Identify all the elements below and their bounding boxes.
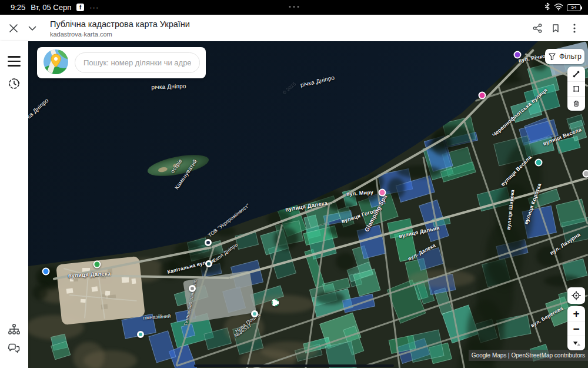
map-marker[interactable]: [272, 299, 279, 307]
browser-header: Публічна кадастрова карта України kadast…: [0, 15, 588, 41]
share-button[interactable]: [529, 19, 546, 37]
map-markers-layer: [28, 41, 588, 368]
map-marker[interactable]: [251, 310, 258, 317]
measure-button[interactable]: [567, 67, 585, 81]
zoom-in-button[interactable]: +: [567, 306, 585, 321]
history-icon: [7, 77, 21, 91]
delete-button[interactable]: [567, 96, 585, 111]
filter-button[interactable]: Фільтр: [545, 49, 584, 64]
app-logo: [43, 49, 69, 77]
map-marker[interactable]: [514, 51, 522, 59]
map-marker[interactable]: [205, 260, 212, 267]
map-marker[interactable]: [189, 285, 196, 292]
facebook-notification-icon: f: [76, 4, 84, 11]
status-bar: 9:25 Вт, 05 Серп f ··· 54: [0, 0, 588, 15]
bookmark-button[interactable]: [547, 19, 564, 37]
page-url: kadastrova-karta.com: [50, 31, 112, 38]
draw-toolbar: [567, 67, 585, 111]
map-marker[interactable]: [583, 170, 588, 178]
chat-button[interactable]: [0, 337, 28, 360]
map-type-button[interactable]: [567, 336, 585, 350]
sitemap-icon: [7, 323, 21, 337]
battery-indicator: 54: [567, 4, 581, 11]
clock-text: 9:25: [11, 3, 25, 12]
screen: 9:25 Вт, 05 Серп f ··· 54 Публічна кадас…: [0, 0, 588, 368]
area-select-button[interactable]: [567, 81, 585, 96]
home-indicator[interactable]: [194, 364, 394, 367]
collapse-button[interactable]: [24, 19, 41, 37]
layers-triangles-icon: [572, 340, 581, 347]
zoom-out-button[interactable]: −: [567, 321, 585, 336]
page-title: Публічна кадастрова карта України: [50, 19, 190, 29]
map-canvas[interactable]: річка Дніпрорічка Дніпрока ДніпроострівК…: [28, 41, 588, 368]
filter-button-label: Фільтр: [559, 52, 582, 61]
map-attribution: Google Maps | OpenStreetMap contributors: [469, 350, 588, 361]
locate-button[interactable]: [567, 287, 585, 304]
map-marker[interactable]: [137, 331, 144, 338]
hamburger-menu-button[interactable]: [0, 49, 28, 73]
history-button[interactable]: [0, 72, 28, 95]
trash-icon: [572, 100, 580, 108]
map-sidebar: [0, 41, 28, 368]
map-marker[interactable]: [93, 261, 101, 268]
wifi-icon: [554, 3, 563, 12]
map-marker[interactable]: [535, 159, 543, 167]
map-marker[interactable]: [379, 189, 386, 197]
chat-icon: [7, 342, 21, 356]
date-text: Вт, 05 Серп: [31, 3, 71, 12]
frame-icon: [572, 85, 580, 93]
search-card: [37, 47, 206, 78]
map-marker[interactable]: [42, 268, 50, 276]
map-marker[interactable]: [205, 239, 212, 246]
measure-icon: [572, 70, 580, 78]
map-marker[interactable]: [479, 92, 486, 100]
search-input[interactable]: [75, 52, 200, 73]
bluetooth-icon: [544, 2, 550, 12]
menu-button[interactable]: [566, 19, 583, 37]
camera-cutout-dots: [289, 6, 299, 8]
target-icon: [570, 290, 582, 301]
notification-overflow-text: ···: [89, 3, 99, 12]
zoom-toolbar: + −: [567, 306, 585, 350]
funnel-icon: [548, 52, 556, 61]
hamburger-icon: [8, 56, 21, 66]
close-button[interactable]: [5, 19, 22, 37]
